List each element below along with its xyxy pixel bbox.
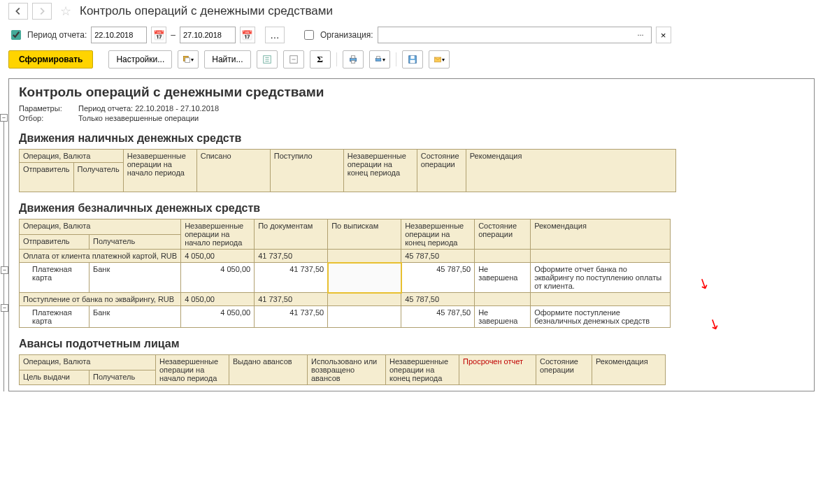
col-operation: Операция, Валюта <box>20 219 181 235</box>
meta-params-label: Параметры: <box>19 104 78 113</box>
date-to-input[interactable] <box>180 27 236 43</box>
svg-rect-1 <box>185 58 190 63</box>
calendar-icon: 📅 <box>153 30 165 41</box>
period-checkbox[interactable] <box>11 30 21 40</box>
col-unfinished-start: Незавершенные операции на начало периода <box>156 355 229 385</box>
section2-title: Движения безналичных денежных средств <box>19 202 804 215</box>
nav-back-button[interactable] <box>8 3 28 20</box>
calendar-from-button[interactable]: 📅 <box>151 27 166 43</box>
send-button[interactable]: ▾ <box>429 50 450 69</box>
section3-table: Операция, Валюта Незавершенные операции … <box>19 354 666 385</box>
collapse-toggle[interactable]: − <box>1 304 8 312</box>
col-overdue: Просрочен отчет <box>459 355 536 385</box>
svg-rect-11 <box>410 60 415 63</box>
col-state: Состояние операции <box>417 150 466 192</box>
col-issued: Выдано авансов <box>229 355 308 385</box>
col-unfinished-end: Незавершенные операции на конец периода <box>343 150 417 192</box>
table-row[interactable]: Платежная карта Банк 4 050,00 41 737,50 … <box>20 263 671 293</box>
section1-table: Операция, Валюта Незавершенные операции … <box>19 149 676 192</box>
col-recipient: Получатель <box>90 370 156 385</box>
org-input[interactable]: ... <box>378 27 652 43</box>
find-button[interactable]: Найти... <box>204 50 250 69</box>
collapse-button[interactable] <box>283 50 304 69</box>
col-used: Использовано или возвращено авансов <box>308 355 386 385</box>
org-clear-button[interactable]: × <box>656 27 671 43</box>
svg-rect-7 <box>375 59 381 62</box>
report-title: Контроль операций с денежными средствами <box>19 85 804 100</box>
col-purpose: Цель выдачи <box>20 370 90 385</box>
toolbar-divider <box>336 52 337 66</box>
collapse-toggle[interactable]: − <box>0 114 8 122</box>
table-row[interactable]: Оплата от клиента платежной картой, RUB … <box>20 250 671 263</box>
meta-filter-label: Отбор: <box>19 114 78 122</box>
svg-rect-5 <box>351 56 355 59</box>
print-button[interactable] <box>343 50 364 69</box>
col-rec: Рекомендация <box>531 219 671 250</box>
col-unfinished-end: Незавершенные операции на конец периода <box>386 355 459 385</box>
date-from-input[interactable] <box>91 27 147 43</box>
settings-button[interactable]: Настройки... <box>108 50 172 69</box>
collapse-line <box>3 122 4 391</box>
table-row[interactable]: Поступление от банка по эквайрингу, RUB … <box>20 293 671 306</box>
svg-rect-10 <box>410 56 414 59</box>
sum-button[interactable]: Σ <box>310 50 331 69</box>
print-options-button[interactable]: ▾ <box>369 50 390 69</box>
annotation-arrow: ↘ <box>706 314 724 334</box>
col-operation: Операция, Валюта <box>20 355 156 370</box>
section3-title: Авансы подотчетным лицам <box>19 338 804 350</box>
col-received: Поступило <box>270 150 343 192</box>
expand-button[interactable] <box>257 50 278 69</box>
annotation-arrow: ↘ <box>695 273 713 294</box>
table-row[interactable]: Платежная карта Банк 4 050,00 41 737,50 … <box>20 306 671 328</box>
meta-filter-value: Только незавершенные операции <box>78 114 199 122</box>
col-recipient: Получатель <box>73 163 123 192</box>
favorite-star-icon[interactable]: ☆ <box>60 3 71 19</box>
calendar-to-button[interactable]: 📅 <box>240 27 255 43</box>
svg-rect-6 <box>351 61 355 64</box>
generate-button[interactable]: Сформировать <box>8 50 93 69</box>
org-label: Организация: <box>320 30 373 40</box>
collapse-toggle[interactable]: − <box>1 266 8 274</box>
col-rec: Рекомендация <box>592 355 666 385</box>
svg-rect-8 <box>376 57 380 59</box>
period-more-button[interactable]: … <box>265 27 285 43</box>
col-by-statements: По выпискам <box>328 219 401 250</box>
col-state: Состояние операции <box>536 355 592 385</box>
col-written-off: Списано <box>196 150 270 192</box>
col-operation: Операция, Валюта <box>20 150 124 163</box>
page-title: Контроль операций с денежными средствами <box>80 4 333 18</box>
org-checkbox[interactable] <box>304 30 314 40</box>
section2-table: Операция, Валюта Незавершенные операции … <box>19 219 671 328</box>
variants-button[interactable]: ▾ <box>178 50 199 69</box>
col-rec: Рекомендация <box>466 150 675 192</box>
selected-cell[interactable] <box>328 263 401 293</box>
col-by-docs: По документам <box>255 219 328 250</box>
date-dash: – <box>171 30 176 40</box>
col-unfinished-end: Незавершенные операции на конец периода <box>401 219 475 250</box>
calendar-icon: 📅 <box>241 30 253 41</box>
col-sender: Отправитель <box>20 163 74 192</box>
meta-params-value: Период отчета: 22.10.2018 - 27.10.2018 <box>78 104 219 113</box>
col-state: Состояние операции <box>475 219 531 250</box>
nav-forward-button[interactable] <box>32 3 52 20</box>
save-button[interactable] <box>402 50 423 69</box>
period-label: Период отчета: <box>27 30 87 40</box>
section1-title: Движения наличных денежных средств <box>19 132 804 145</box>
col-sender: Отправитель <box>20 234 90 250</box>
col-unfinished-start: Незавершенные операции на начало периода <box>123 150 196 192</box>
toolbar-divider <box>396 52 396 66</box>
col-unfinished-start: Незавершенные операции на начало периода <box>181 219 255 250</box>
col-recipient: Получатель <box>90 234 181 250</box>
